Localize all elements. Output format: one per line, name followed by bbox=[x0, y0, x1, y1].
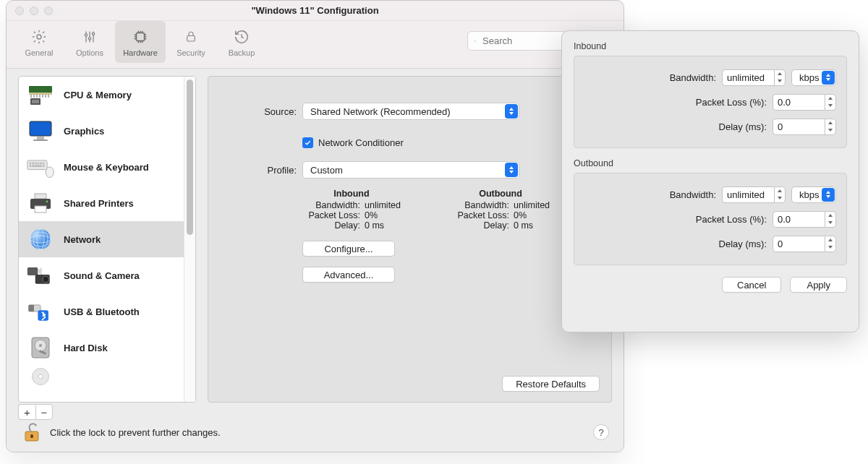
value: 0 ms bbox=[514, 220, 533, 231]
outbound-packet-loss-stepper[interactable] bbox=[773, 211, 836, 228]
network-conditioner-checkbox[interactable] bbox=[302, 137, 313, 148]
button-label: Cancel bbox=[737, 280, 766, 291]
button-label: Advanced... bbox=[324, 270, 374, 280]
restore-defaults-button[interactable]: Restore Defaults bbox=[502, 376, 600, 392]
step-down[interactable] bbox=[775, 77, 785, 85]
unlock-icon[interactable] bbox=[21, 421, 43, 443]
step-up[interactable] bbox=[775, 187, 785, 195]
outbound-delay-input[interactable] bbox=[773, 236, 825, 252]
hardware-sidebar: CPU & Memory Graphics Mouse & Keyboard bbox=[18, 76, 196, 403]
remove-button[interactable]: − bbox=[35, 404, 53, 420]
toolbar-item-general[interactable]: General bbox=[14, 21, 64, 63]
toolbar-label: Options bbox=[64, 48, 115, 57]
label: Packet Loss: bbox=[302, 210, 360, 220]
advanced-button[interactable]: Advanced... bbox=[302, 267, 395, 283]
toolbar-item-backup[interactable]: Backup bbox=[216, 21, 267, 63]
step-down[interactable] bbox=[825, 219, 835, 227]
profile-select[interactable]: Custom bbox=[302, 161, 519, 179]
network-globe-icon bbox=[26, 226, 55, 252]
inbound-bandwidth-input[interactable] bbox=[722, 69, 774, 86]
sidebar-item-graphics[interactable]: Graphics bbox=[19, 113, 188, 149]
toolbar-item-hardware[interactable]: Hardware bbox=[115, 21, 166, 63]
help-button[interactable]: ? bbox=[593, 424, 609, 440]
svg-rect-46 bbox=[29, 305, 34, 312]
svg-rect-8 bbox=[29, 93, 52, 95]
value: 0 ms bbox=[365, 220, 384, 231]
sidebar-scrollbar[interactable] bbox=[184, 77, 195, 402]
titlebar[interactable]: "Windows 11" Configuration bbox=[7, 1, 624, 21]
inbound-delay-input[interactable] bbox=[773, 119, 825, 135]
svg-point-0 bbox=[37, 35, 41, 39]
button-label: Configure... bbox=[324, 244, 373, 254]
outbound-packet-loss-input[interactable] bbox=[773, 211, 825, 228]
toolbar-item-options[interactable]: Options bbox=[64, 21, 115, 63]
step-down[interactable] bbox=[775, 194, 785, 202]
value: unlimited bbox=[365, 200, 401, 210]
configure-button[interactable]: Configure... bbox=[302, 241, 395, 257]
packet-loss-label: Packet Loss (%): bbox=[584, 97, 767, 108]
unit-value: kbps bbox=[799, 189, 819, 200]
step-up[interactable] bbox=[825, 95, 835, 103]
cancel-button[interactable]: Cancel bbox=[722, 277, 781, 293]
window-title: "Windows 11" Configuration bbox=[7, 5, 624, 16]
step-up[interactable] bbox=[775, 70, 785, 78]
chevron-updown-icon bbox=[505, 104, 518, 119]
sidebar-item-hard-disk[interactable]: Hard Disk bbox=[19, 330, 188, 366]
sidebar-item-usb-bluetooth[interactable]: USB & Bluetooth bbox=[19, 293, 188, 330]
sidebar-item-label: Network bbox=[64, 234, 101, 245]
toolbar-item-security[interactable]: Security bbox=[166, 21, 216, 63]
step-down[interactable] bbox=[825, 126, 835, 134]
cpu-icon bbox=[26, 82, 55, 108]
inbound-summary: Inbound Bandwidth:unlimited Packet Loss:… bbox=[302, 189, 401, 231]
chevron-updown-icon bbox=[822, 188, 835, 202]
sidebar-item-mouse-keyboard[interactable]: Mouse & Keyboard bbox=[19, 149, 188, 185]
step-up[interactable] bbox=[825, 119, 835, 127]
source-value: Shared Network (Recommended) bbox=[310, 106, 451, 117]
lock-text: Click the lock to prevent further change… bbox=[50, 427, 221, 438]
button-label: Apply bbox=[807, 280, 830, 291]
sidebar-item-cpu-memory[interactable]: CPU & Memory bbox=[19, 77, 188, 113]
label: Packet Loss: bbox=[451, 210, 509, 220]
apply-button[interactable]: Apply bbox=[790, 277, 847, 293]
step-down[interactable] bbox=[825, 102, 835, 110]
chevron-updown-icon bbox=[505, 163, 518, 177]
svg-rect-7 bbox=[29, 86, 52, 93]
inbound-group: Bandwidth: kbps Packet Loss (%): Dela bbox=[574, 56, 847, 148]
outbound-delay-stepper[interactable] bbox=[773, 236, 836, 252]
svg-rect-4 bbox=[137, 33, 145, 41]
scrollbar-thumb[interactable] bbox=[187, 80, 193, 235]
inbound-delay-stepper[interactable] bbox=[773, 119, 836, 135]
outbound-title: Outbound bbox=[451, 189, 550, 199]
outbound-bandwidth-input[interactable] bbox=[722, 186, 774, 203]
toolbar-label: Hardware bbox=[115, 48, 166, 57]
sidebar-item-sound-camera[interactable]: Sound & Camera bbox=[19, 257, 188, 293]
inbound-bandwidth-unit-select[interactable]: kbps bbox=[791, 69, 836, 86]
chip-icon bbox=[115, 27, 166, 47]
label: Bandwidth: bbox=[302, 200, 360, 210]
add-button[interactable]: + bbox=[18, 404, 35, 420]
svg-rect-35 bbox=[35, 206, 46, 212]
sound-camera-icon bbox=[26, 262, 55, 288]
lock-icon bbox=[166, 27, 216, 47]
inbound-packet-loss-input[interactable] bbox=[773, 94, 825, 111]
network-conditioner-label: Network Conditioner bbox=[318, 137, 404, 148]
sidebar-item-network[interactable]: Network bbox=[19, 221, 188, 257]
toolbar: General Options Hardware Security bbox=[7, 21, 624, 69]
step-down[interactable] bbox=[825, 244, 835, 252]
step-up[interactable] bbox=[825, 212, 835, 220]
disc-icon bbox=[26, 367, 55, 386]
inbound-packet-loss-stepper[interactable] bbox=[773, 94, 836, 111]
sidebar-item-shared-printers[interactable]: Shared Printers bbox=[19, 185, 188, 221]
source-select[interactable]: Shared Network (Recommended) bbox=[302, 103, 519, 120]
sidebar-item-cd-dvd[interactable] bbox=[19, 366, 188, 387]
inbound-bandwidth-stepper[interactable] bbox=[722, 69, 786, 86]
profile-label: Profile: bbox=[224, 165, 297, 176]
outbound-group-label: Outbound bbox=[574, 158, 847, 168]
svg-rect-55 bbox=[30, 434, 33, 438]
svg-rect-28 bbox=[43, 163, 45, 165]
outbound-bandwidth-unit-select[interactable]: kbps bbox=[791, 186, 836, 203]
step-up[interactable] bbox=[825, 236, 835, 244]
outbound-bandwidth-stepper[interactable] bbox=[722, 186, 786, 203]
delay-label: Delay (ms): bbox=[584, 121, 767, 132]
svg-point-6 bbox=[475, 40, 476, 41]
